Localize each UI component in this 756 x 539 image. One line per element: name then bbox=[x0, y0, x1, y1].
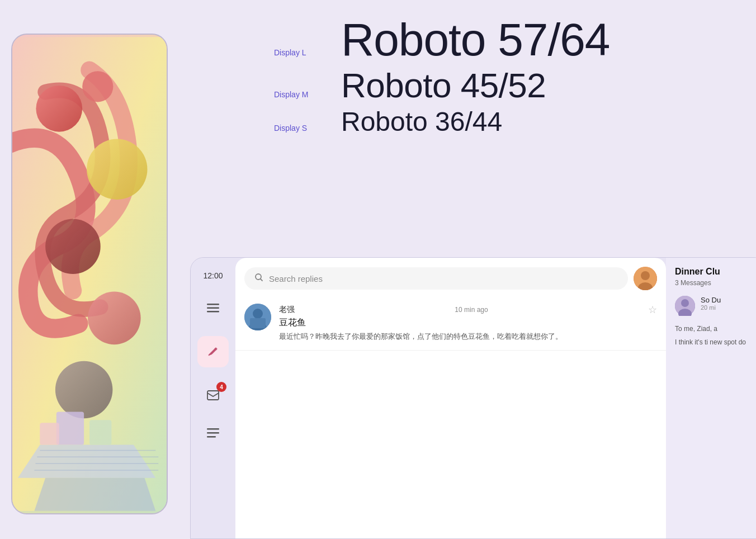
right-email-content: So Du 20 mi bbox=[701, 296, 721, 316]
right-email-item[interactable]: So Du 20 mi bbox=[675, 296, 756, 316]
sender-name: 老强 bbox=[279, 305, 295, 315]
svg-point-1 bbox=[36, 86, 82, 132]
email-content: 老强 10 min ago ☆ 豆花鱼 最近忙吗？昨晚我去了你最爱的那家饭馆，点… bbox=[279, 304, 657, 342]
phone-art bbox=[12, 35, 167, 513]
type-row-display-l: Display L Roboto 57/64 bbox=[274, 17, 756, 63]
sender-avatar bbox=[244, 304, 271, 330]
svg-line-25 bbox=[261, 279, 263, 281]
type-row-display-s: Display S Roboto 36/44 bbox=[274, 108, 756, 135]
svg-marker-7 bbox=[18, 445, 155, 478]
right-sender-name: So Du bbox=[701, 296, 721, 304]
svg-rect-23 bbox=[207, 436, 216, 438]
type-scale: Display L Roboto 57/64 Display M Roboto … bbox=[274, 17, 756, 141]
hamburger-menu-icon[interactable] bbox=[203, 298, 223, 318]
left-panel bbox=[0, 0, 185, 539]
svg-point-2 bbox=[82, 71, 113, 102]
right-thread-panel: Dinner Clu 3 Messages So Du 20 mi To me,… bbox=[666, 258, 756, 538]
thread-title: Dinner Clu bbox=[675, 267, 756, 277]
display-l-text: Roboto 57/64 bbox=[341, 17, 609, 63]
type-row-display-m: Display M Roboto 45/52 bbox=[274, 68, 756, 103]
right-email-preview-2: I think it's ti new spot do bbox=[675, 337, 756, 347]
svg-point-30 bbox=[253, 309, 263, 319]
compose-button[interactable] bbox=[197, 336, 229, 367]
thread-messages-count: 3 Messages bbox=[675, 279, 756, 287]
ui-sidebar: 12:00 4 bbox=[191, 258, 235, 538]
ui-card: 12:00 4 bbox=[190, 257, 756, 539]
svg-rect-18 bbox=[207, 311, 219, 313]
svg-point-3 bbox=[87, 139, 147, 200]
search-input-container[interactable]: Search replies bbox=[244, 267, 628, 290]
svg-point-4 bbox=[45, 219, 101, 274]
search-icon bbox=[254, 273, 263, 284]
list-icon[interactable] bbox=[203, 423, 223, 443]
svg-rect-16 bbox=[207, 304, 219, 305]
inbox-badge: 4 bbox=[216, 382, 226, 392]
svg-rect-15 bbox=[40, 423, 59, 445]
svg-point-34 bbox=[681, 299, 689, 307]
display-l-label: Display L bbox=[274, 48, 341, 57]
right-panel: Display L Roboto 57/64 Display M Roboto … bbox=[185, 0, 756, 539]
svg-marker-8 bbox=[34, 478, 155, 511]
svg-point-5 bbox=[88, 292, 141, 345]
ui-time: 12:00 bbox=[203, 267, 223, 280]
email-subject: 豆花鱼 bbox=[279, 317, 657, 329]
svg-point-27 bbox=[641, 271, 650, 280]
svg-rect-21 bbox=[207, 428, 219, 430]
right-sender-time: 20 mi bbox=[701, 304, 721, 311]
svg-rect-17 bbox=[207, 308, 219, 309]
display-m-label: Display M bbox=[274, 90, 341, 99]
phone-mockup bbox=[11, 34, 168, 514]
svg-rect-14 bbox=[89, 420, 111, 445]
display-s-label: Display S bbox=[274, 124, 341, 133]
star-button[interactable]: ☆ bbox=[648, 304, 657, 316]
display-m-text: Roboto 45/52 bbox=[341, 68, 546, 103]
svg-point-6 bbox=[55, 361, 113, 419]
svg-rect-32 bbox=[250, 318, 266, 328]
right-email-preview-1: To me, Ziad, a bbox=[675, 324, 756, 334]
email-list-item[interactable]: 老强 10 min ago ☆ 豆花鱼 最近忙吗？昨晚我去了你最爱的那家饭馆，点… bbox=[235, 296, 666, 351]
user-avatar[interactable] bbox=[634, 267, 657, 290]
svg-rect-13 bbox=[56, 412, 84, 445]
svg-rect-22 bbox=[207, 432, 219, 434]
search-bar: Search replies bbox=[235, 258, 666, 296]
search-placeholder-text: Search replies bbox=[269, 274, 323, 283]
email-preview: 最近忙吗？昨晚我去了你最爱的那家饭馆，点了他们的特色豆花鱼，吃着吃着就想你了。 bbox=[279, 331, 657, 342]
inbox-icon[interactable]: 4 bbox=[203, 385, 223, 405]
ui-main: Search replies bbox=[235, 258, 666, 538]
right-sender-avatar bbox=[675, 296, 695, 316]
sender-time: 10 min ago bbox=[455, 306, 488, 314]
svg-rect-20 bbox=[207, 391, 219, 400]
sender-row: 老强 10 min ago ☆ bbox=[279, 304, 657, 316]
display-s-text: Roboto 36/44 bbox=[341, 108, 502, 135]
